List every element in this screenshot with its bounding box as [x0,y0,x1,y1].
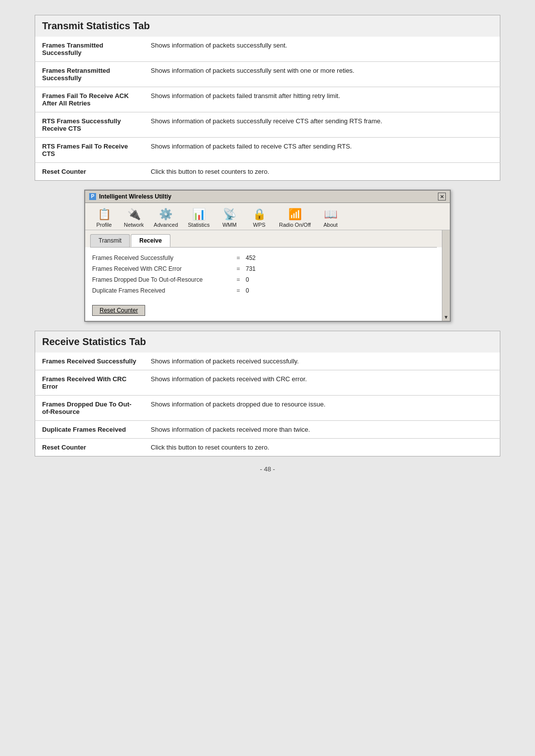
stat-eq: = [231,254,246,261]
toolbar-label: Radio On/Off [279,222,311,228]
toolbar-label: Advanced [154,222,178,228]
stat-row: Frames Dropped Due To Out-of-Resource = … [92,274,435,285]
stat-value: 0 [246,276,285,283]
toolbar-item-profile[interactable]: 📋Profile [90,206,118,230]
receive-stats-content: Frames Received Successfully = 452 Frame… [85,248,442,301]
receive-row-desc: Shows information of packets dropped due… [144,396,500,421]
transmit-row-label: RTS Frames Successfully Receive CTS [35,112,144,138]
stat-value: 0 [246,287,285,294]
stat-label: Duplicate Frames Received [92,287,231,294]
window-footer: Reset Counter [85,301,442,321]
toolbar-label: Network [124,222,144,228]
toolbar-label: Statistics [188,222,210,228]
transmit-row-desc: Shows information of packets successfull… [144,37,500,62]
toolbar-icon: 📶 [288,208,302,221]
toolbar-icon: 📊 [192,208,206,221]
receive-row-label: Duplicate Frames Received [35,421,144,439]
toolbar-item-radio-on/off[interactable]: 📶Radio On/Off [275,206,315,230]
wireless-utility-window: P Intelligent Wireless Utiltiy ✕ 📋Profil… [84,190,451,322]
transmit-row-desc: Shows information of packets failed to r… [144,138,500,163]
stat-value: 731 [246,265,285,272]
transmit-row-desc: Click this button to reset counters to z… [144,163,500,181]
transmit-row-label: Frames Fail To Receive ACK After All Ret… [35,87,144,112]
toolbar-label: Profile [96,222,111,228]
reset-counter-button[interactable]: Reset Counter [92,305,145,316]
transmit-table-title: Transmit Statistics Tab [35,15,500,37]
window-tabs: Transmit Receive [85,230,442,247]
receive-row-label: Frames Received With CRC Error [35,370,144,396]
receive-row-desc: Shows information of packets received mo… [144,421,500,439]
toolbar-icon: ⚙️ [159,208,172,221]
stat-eq: = [231,287,246,294]
stat-label: Frames Received Successfully [92,254,231,261]
toolbar-label: WMM [222,222,237,228]
transmit-statistics-table: Transmit Statistics Tab Frames Transmitt… [35,15,500,181]
stat-value: 452 [246,254,285,261]
receive-table-title: Receive Statistics Tab [35,331,500,353]
toolbar-item-wmm[interactable]: 📡WMM [215,206,243,230]
stat-label: Frames Dropped Due To Out-of-Resource [92,276,231,283]
transmit-row-desc: Shows information of packets successfull… [144,112,500,138]
window-body: Transmit Receive Frames Received Success… [85,230,450,321]
toolbar-item-wps[interactable]: 🔒WPS [245,206,273,230]
stat-row: Duplicate Frames Received = 0 [92,285,435,296]
toolbar: 📋Profile🔌Network⚙️Advanced📊Statistics📡WM… [85,203,450,230]
stat-eq: = [231,276,246,283]
close-button[interactable]: ✕ [438,193,446,201]
window-title-text: Intelligent Wireless Utiltiy [99,193,171,200]
toolbar-label: About [323,222,338,228]
window-title-icon: P [89,193,96,200]
toolbar-icon: 📡 [223,208,236,221]
receive-row-desc: Shows information of packets received wi… [144,370,500,396]
stat-label: Frames Received With CRC Error [92,265,231,272]
transmit-row-label: Frames Retransmitted Successfully [35,62,144,87]
toolbar-item-advanced[interactable]: ⚙️Advanced [150,206,182,230]
tab-receive[interactable]: Receive [131,234,170,247]
toolbar-icon: 📖 [324,208,337,221]
toolbar-icon: 🔒 [253,208,266,221]
transmit-row-desc: Shows information of packets successfull… [144,62,500,87]
scrollbar[interactable]: ▼ [442,230,450,321]
scroll-down-arrow[interactable]: ▼ [444,314,449,320]
window-titlebar: P Intelligent Wireless Utiltiy ✕ [85,191,450,203]
transmit-row-label: Frames Transmitted Successfully [35,37,144,62]
receive-row-desc: Shows information of packets received su… [144,353,500,370]
transmit-row-label: RTS Frames Fail To Receive CTS [35,138,144,163]
stat-row: Frames Received Successfully = 452 [92,252,435,263]
receive-row-desc: Click this button to reset counters to z… [144,439,500,456]
page-number: - 48 - [10,465,525,473]
tab-transmit[interactable]: Transmit [90,234,130,247]
toolbar-icon: 📋 [98,208,111,221]
receive-statistics-table: Receive Statistics Tab Frames Received S… [35,331,500,456]
window-main: Transmit Receive Frames Received Success… [85,230,442,321]
receive-row-label: Reset Counter [35,439,144,456]
stat-eq: = [231,265,246,272]
toolbar-icon: 🔌 [127,208,141,221]
receive-row-label: Frames Received Successfully [35,353,144,370]
toolbar-item-statistics[interactable]: 📊Statistics [184,206,214,230]
toolbar-item-about[interactable]: 📖About [317,206,344,230]
window-title: P Intelligent Wireless Utiltiy [89,193,171,200]
transmit-row-label: Reset Counter [35,163,144,181]
toolbar-label: WPS [253,222,266,228]
toolbar-item-network[interactable]: 🔌Network [120,206,148,230]
stat-row: Frames Received With CRC Error = 731 [92,263,435,274]
transmit-row-desc: Shows information of packets failed tran… [144,87,500,112]
receive-row-label: Frames Dropped Due To Out-of-Resource [35,396,144,421]
